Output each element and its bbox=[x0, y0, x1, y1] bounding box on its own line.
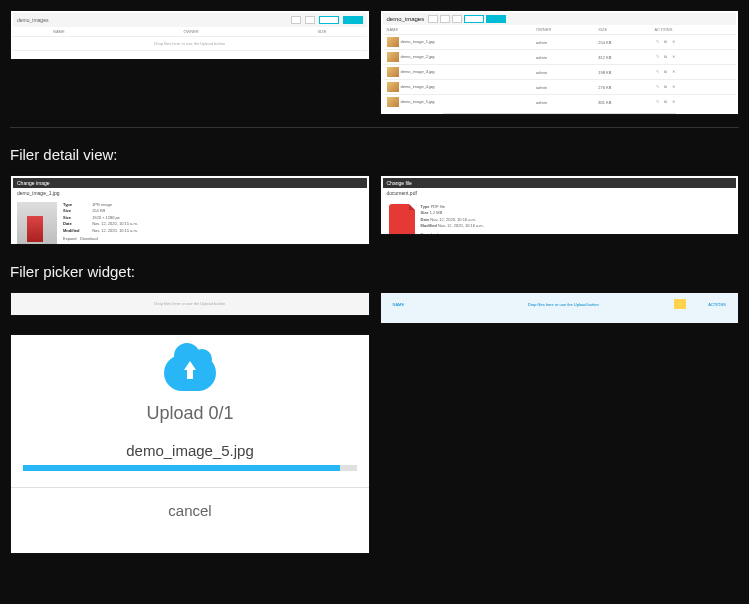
screenshot-empty-folder: demo_images NAME OWNER SIZE Drop files h… bbox=[10, 10, 370, 60]
screenshot-picker-row: NAME Drop files here or use the Upload b… bbox=[380, 292, 740, 324]
table-row[interactable]: demo_image_3.jpgadmin198 KB✎⧉✕ bbox=[383, 65, 737, 80]
download-button[interactable]: Download bbox=[80, 236, 98, 241]
screenshot-detail-image: Change image demo_image_1.jpg Type JPG i… bbox=[10, 175, 370, 245]
upload-title: Upload 0/1 bbox=[19, 403, 361, 424]
metadata: Type JPG image Size 254 KB Size 1920 × 1… bbox=[63, 202, 138, 245]
search-button[interactable] bbox=[452, 15, 462, 23]
col-name: NAME bbox=[383, 25, 532, 35]
new-folder-button[interactable] bbox=[464, 15, 484, 23]
thumbnail-icon bbox=[387, 82, 399, 92]
table-row[interactable]: demo_image_2.jpgadmin312 KB✎⧉✕ bbox=[383, 50, 737, 65]
col-size: SIZE bbox=[318, 29, 327, 34]
window-title: Change image bbox=[13, 178, 367, 188]
folder-icon bbox=[674, 299, 686, 309]
upload-progress bbox=[23, 465, 357, 471]
thumbnail-icon bbox=[387, 37, 399, 47]
expand-button[interactable]: Expand bbox=[63, 236, 77, 241]
col-actions: ACTIONS bbox=[651, 25, 736, 35]
row-actions[interactable]: ✎⧉✕ bbox=[651, 80, 736, 95]
section-heading-picker: Filer picker widget: bbox=[10, 263, 739, 280]
breadcrumb: demo_images bbox=[17, 17, 48, 23]
filename: document.pdf bbox=[383, 188, 737, 198]
cloud-upload-icon bbox=[164, 355, 216, 391]
upload-filename: demo_image_5.jpg bbox=[19, 442, 361, 459]
grid-toggle-button[interactable] bbox=[428, 15, 438, 23]
table-row[interactable]: demo_image_1.jpgadmin254 KB✎⧉✕ bbox=[383, 35, 737, 50]
upload-button[interactable] bbox=[343, 16, 363, 24]
col-size: SIZE bbox=[594, 25, 650, 35]
dropzone[interactable]: Drop your files or use Upload or click t… bbox=[443, 113, 677, 115]
thumbnail-icon bbox=[387, 67, 399, 77]
thumbnail-icon bbox=[387, 52, 399, 62]
upload-button[interactable] bbox=[486, 15, 506, 23]
list-toggle-button[interactable] bbox=[440, 15, 450, 23]
screenshot-folder-list: demo_images NAME OWNER SIZE ACTIONS demo… bbox=[380, 10, 740, 115]
new-folder-button[interactable] bbox=[319, 16, 339, 24]
col-name: NAME bbox=[53, 29, 65, 34]
thumbnail-icon bbox=[387, 97, 399, 107]
table-row[interactable]: demo_image_5.jpgadmin301 KB✎⧉✕ bbox=[383, 95, 737, 110]
drop-hint[interactable]: Drop files here or use the Upload button bbox=[13, 36, 367, 51]
row-actions[interactable]: ✎⧉✕ bbox=[651, 35, 736, 50]
col-actions: ACTIONS bbox=[686, 302, 726, 307]
screenshot-detail-file: Change file document.pdf Type PDF file S… bbox=[380, 175, 740, 235]
table-row[interactable]: demo_image_4.jpgadmin276 KB✎⧉✕ bbox=[383, 80, 737, 95]
section-heading-detail: Filer detail view: bbox=[10, 146, 739, 163]
row-actions[interactable]: ✎⧉✕ bbox=[651, 95, 736, 110]
row-actions[interactable]: ✎⧉✕ bbox=[651, 65, 736, 80]
section-divider bbox=[10, 127, 739, 128]
filename: demo_image_1.jpg bbox=[13, 188, 367, 198]
list-toggle-button[interactable] bbox=[305, 16, 315, 24]
drop-hint[interactable]: Drop files here or use the Upload button bbox=[13, 295, 367, 312]
screenshot-upload-modal: Upload 0/1 demo_image_5.jpg cancel bbox=[10, 334, 370, 554]
grid-toggle-button[interactable] bbox=[291, 16, 301, 24]
row-actions[interactable]: ✎⧉✕ bbox=[651, 50, 736, 65]
picker-hint: Drop files here or use the Upload button bbox=[453, 302, 675, 307]
image-preview bbox=[17, 202, 57, 245]
breadcrumb: demo_images bbox=[387, 16, 425, 22]
col-name: NAME bbox=[393, 302, 453, 307]
cancel-button[interactable]: cancel bbox=[19, 488, 361, 533]
metadata: Type PDF file Size 1.2 MB Date Nov. 12, … bbox=[421, 204, 484, 235]
screenshot-picker-empty: Drop files here or use the Upload button bbox=[10, 292, 370, 316]
window-title: Change file bbox=[383, 178, 737, 188]
download-button[interactable]: Download bbox=[421, 232, 439, 235]
pdf-icon bbox=[389, 204, 415, 235]
col-owner: OWNER bbox=[532, 25, 594, 35]
col-owner: OWNER bbox=[183, 29, 198, 34]
